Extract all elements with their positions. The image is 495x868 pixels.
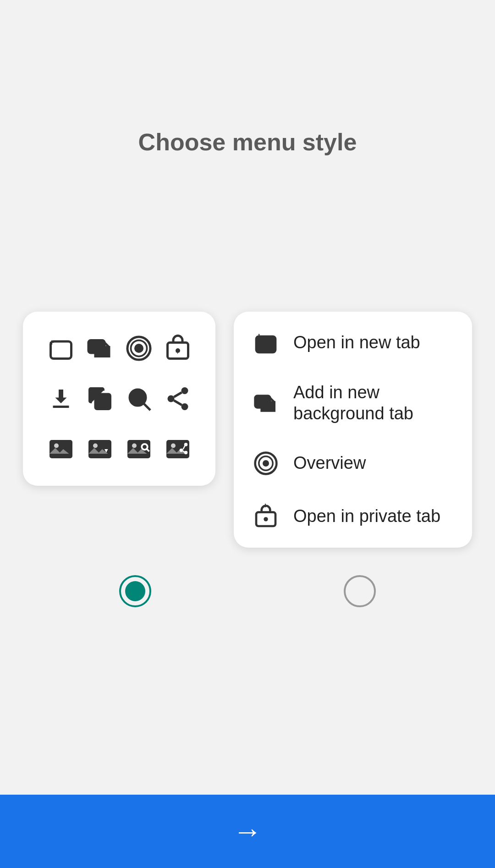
svg-point-18 (181, 403, 188, 410)
svg-point-6 (134, 344, 143, 353)
cards-row: + + (23, 312, 472, 548)
svg-point-45 (264, 517, 268, 521)
svg-line-13 (144, 404, 150, 410)
svg-point-10 (176, 348, 180, 353)
overview-list-icon (252, 450, 280, 477)
list-item-private-tab[interactable]: + Open in private tab (234, 490, 472, 543)
svg-text:+: + (256, 331, 262, 341)
svg-rect-21 (50, 440, 72, 458)
radio-row (23, 575, 472, 607)
svg-line-20 (174, 392, 182, 397)
icon-row-1: + + (41, 330, 197, 367)
image-search-icon-left[interactable] (121, 431, 157, 467)
background-tab-icon-left[interactable] (82, 330, 118, 367)
svg-rect-30 (166, 440, 189, 458)
svg-point-27 (132, 444, 137, 448)
svg-point-43 (263, 460, 269, 467)
svg-point-16 (181, 387, 188, 394)
radio-right[interactable] (344, 575, 376, 607)
icon-row-3 (41, 431, 197, 467)
private-tab-list-icon: + (252, 503, 280, 530)
share-icon-left[interactable] (160, 380, 196, 417)
list-item-background-tab[interactable]: Add in new background tab (234, 369, 472, 437)
private-tab-icon-left[interactable]: + (160, 330, 196, 367)
svg-text:+: + (50, 338, 54, 347)
list-item-overview[interactable]: Overview (234, 437, 472, 490)
copy-icon-left[interactable] (82, 380, 118, 417)
next-arrow-icon: → (233, 814, 262, 848)
svg-point-17 (167, 396, 174, 402)
list-item-open-new-tab[interactable]: + Open in new tab (234, 316, 472, 369)
svg-point-33 (179, 449, 183, 452)
new-tab-icon[interactable]: + (43, 330, 79, 367)
svg-line-19 (174, 401, 182, 405)
svg-text:+: + (263, 504, 268, 509)
card-right: + Open in new tab Add in new background … (234, 312, 472, 548)
radio-left[interactable] (119, 575, 151, 607)
image-share-icon-left[interactable] (160, 431, 196, 467)
search-icon-left[interactable] (121, 380, 157, 417)
new-tab-list-icon: + (252, 329, 280, 357)
private-tab-label: Open in private tab (293, 506, 440, 527)
open-new-tab-label: Open in new tab (293, 332, 420, 353)
overview-label: Overview (293, 453, 366, 474)
overview-icon-left[interactable] (121, 330, 157, 367)
svg-point-31 (171, 444, 176, 448)
background-tab-label: Add in new background tab (293, 382, 454, 424)
background-tab-list-icon (252, 390, 280, 417)
bottom-bar[interactable]: → (0, 795, 495, 868)
image-download-icon-left[interactable] (82, 431, 118, 467)
download-icon-left[interactable] (43, 380, 79, 417)
card-left: + + (23, 312, 215, 486)
icon-row-2 (41, 380, 197, 417)
page-title: Choose menu style (138, 128, 357, 156)
image-icon-left[interactable] (43, 431, 79, 467)
svg-point-22 (54, 444, 59, 448)
svg-point-24 (93, 444, 98, 448)
